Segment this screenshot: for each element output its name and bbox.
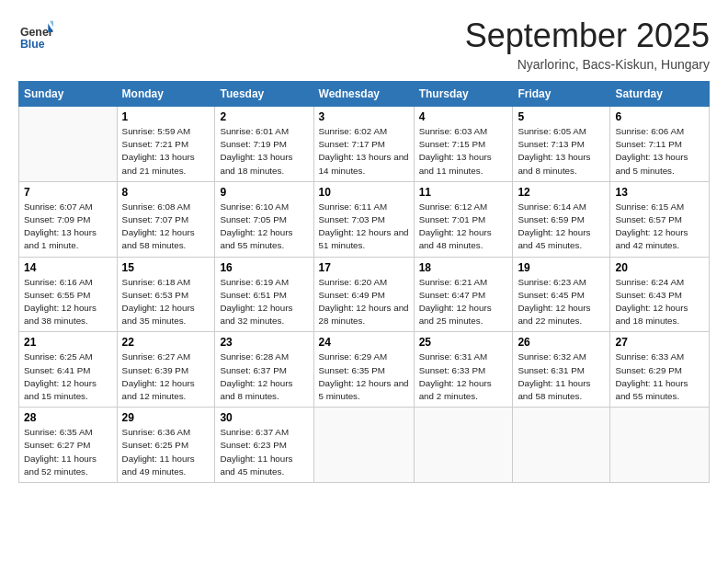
day-info: Sunrise: 6:08 AM Sunset: 7:07 PM Dayligh… <box>122 201 210 253</box>
day-info: Sunrise: 6:05 AM Sunset: 7:13 PM Dayligh… <box>518 125 605 178</box>
col-tuesday: Tuesday <box>215 82 313 107</box>
day-number: 9 <box>220 186 308 199</box>
day-info: Sunrise: 6:02 AM Sunset: 7:17 PM Dayligh… <box>319 125 409 178</box>
day-number: 3 <box>319 110 409 123</box>
table-row: 15Sunrise: 6:18 AM Sunset: 6:53 PM Dayli… <box>117 257 215 332</box>
day-number: 13 <box>615 186 704 199</box>
table-row: 12Sunrise: 6:14 AM Sunset: 6:59 PM Dayli… <box>513 181 610 257</box>
table-row: 28Sunrise: 6:35 AM Sunset: 6:27 PM Dayli… <box>19 408 118 483</box>
day-info: Sunrise: 6:20 AM Sunset: 6:49 PM Dayligh… <box>319 276 409 328</box>
day-info: Sunrise: 6:36 AM Sunset: 6:25 PM Dayligh… <box>122 426 210 478</box>
table-row: 8Sunrise: 6:08 AM Sunset: 7:07 PM Daylig… <box>117 181 215 257</box>
page: General Blue September 2025 Nyarlorinc, … <box>0 0 728 492</box>
day-number: 18 <box>419 261 508 274</box>
table-row: 18Sunrise: 6:21 AM Sunset: 6:47 PM Dayli… <box>414 257 513 332</box>
header: General Blue September 2025 Nyarlorinc, … <box>18 17 710 72</box>
day-info: Sunrise: 6:31 AM Sunset: 6:33 PM Dayligh… <box>419 350 508 403</box>
svg-text:Blue: Blue <box>20 38 45 51</box>
col-friday: Friday <box>513 82 610 107</box>
logo: General Blue <box>18 17 57 52</box>
day-number: 17 <box>319 261 409 274</box>
table-row: 19Sunrise: 6:23 AM Sunset: 6:45 PM Dayli… <box>513 257 610 332</box>
calendar-row: 7Sunrise: 6:07 AM Sunset: 7:09 PM Daylig… <box>19 181 710 257</box>
day-number: 29 <box>122 411 210 424</box>
day-number: 2 <box>220 110 308 123</box>
table-row: 17Sunrise: 6:20 AM Sunset: 6:49 PM Dayli… <box>313 257 414 332</box>
table-row: 4Sunrise: 6:03 AM Sunset: 7:15 PM Daylig… <box>414 107 513 182</box>
day-number: 24 <box>319 336 409 349</box>
day-info: Sunrise: 6:23 AM Sunset: 6:45 PM Dayligh… <box>518 276 605 328</box>
title-block: September 2025 Nyarlorinc, Bacs-Kiskun, … <box>465 17 710 72</box>
table-row: 10Sunrise: 6:11 AM Sunset: 7:03 PM Dayli… <box>313 181 414 257</box>
day-info: Sunrise: 5:59 AM Sunset: 7:21 PM Dayligh… <box>122 125 210 178</box>
day-info: Sunrise: 6:24 AM Sunset: 6:43 PM Dayligh… <box>615 276 704 328</box>
day-number: 28 <box>24 411 112 424</box>
day-info: Sunrise: 6:19 AM Sunset: 6:51 PM Dayligh… <box>220 276 308 328</box>
table-row: 11Sunrise: 6:12 AM Sunset: 7:01 PM Dayli… <box>414 181 513 257</box>
day-info: Sunrise: 6:33 AM Sunset: 6:29 PM Dayligh… <box>615 350 704 403</box>
table-row: 29Sunrise: 6:36 AM Sunset: 6:25 PM Dayli… <box>117 408 215 483</box>
day-number: 23 <box>220 336 308 349</box>
day-number: 11 <box>419 186 508 199</box>
day-info: Sunrise: 6:16 AM Sunset: 6:55 PM Dayligh… <box>24 276 112 328</box>
day-number: 5 <box>518 110 605 123</box>
table-row: 27Sunrise: 6:33 AM Sunset: 6:29 PM Dayli… <box>610 332 710 408</box>
day-info: Sunrise: 6:11 AM Sunset: 7:03 PM Dayligh… <box>319 201 409 253</box>
table-row: 13Sunrise: 6:15 AM Sunset: 6:57 PM Dayli… <box>610 181 710 257</box>
day-info: Sunrise: 6:35 AM Sunset: 6:27 PM Dayligh… <box>24 426 112 478</box>
col-sunday: Sunday <box>19 82 118 107</box>
table-row: 16Sunrise: 6:19 AM Sunset: 6:51 PM Dayli… <box>215 257 313 332</box>
day-number: 21 <box>24 336 112 349</box>
col-wednesday: Wednesday <box>313 82 414 107</box>
day-number: 26 <box>518 336 605 349</box>
table-row <box>414 408 513 483</box>
day-info: Sunrise: 6:37 AM Sunset: 6:23 PM Dayligh… <box>220 426 308 478</box>
table-row: 20Sunrise: 6:24 AM Sunset: 6:43 PM Dayli… <box>610 257 710 332</box>
col-monday: Monday <box>117 82 215 107</box>
day-number: 16 <box>220 261 308 274</box>
month-title: September 2025 <box>465 17 710 55</box>
day-number: 4 <box>419 110 508 123</box>
calendar-row: 1Sunrise: 5:59 AM Sunset: 7:21 PM Daylig… <box>19 107 710 182</box>
table-row <box>610 408 710 483</box>
table-row: 2Sunrise: 6:01 AM Sunset: 7:19 PM Daylig… <box>215 107 313 182</box>
day-info: Sunrise: 6:03 AM Sunset: 7:15 PM Dayligh… <box>419 125 508 178</box>
table-row: 14Sunrise: 6:16 AM Sunset: 6:55 PM Dayli… <box>19 257 118 332</box>
day-number: 1 <box>122 110 210 123</box>
table-row <box>19 107 118 182</box>
day-info: Sunrise: 6:01 AM Sunset: 7:19 PM Dayligh… <box>220 125 308 178</box>
table-row: 21Sunrise: 6:25 AM Sunset: 6:41 PM Dayli… <box>19 332 118 408</box>
day-number: 10 <box>319 186 409 199</box>
day-info: Sunrise: 6:12 AM Sunset: 7:01 PM Dayligh… <box>419 201 508 253</box>
subtitle: Nyarlorinc, Bacs-Kiskun, Hungary <box>465 57 710 72</box>
table-row: 25Sunrise: 6:31 AM Sunset: 6:33 PM Dayli… <box>414 332 513 408</box>
table-row: 7Sunrise: 6:07 AM Sunset: 7:09 PM Daylig… <box>19 181 118 257</box>
day-number: 30 <box>220 411 308 424</box>
day-number: 20 <box>615 261 704 274</box>
day-info: Sunrise: 6:21 AM Sunset: 6:47 PM Dayligh… <box>419 276 508 328</box>
table-row: 1Sunrise: 5:59 AM Sunset: 7:21 PM Daylig… <box>117 107 215 182</box>
table-row: 24Sunrise: 6:29 AM Sunset: 6:35 PM Dayli… <box>313 332 414 408</box>
table-row <box>513 408 610 483</box>
table-row: 3Sunrise: 6:02 AM Sunset: 7:17 PM Daylig… <box>313 107 414 182</box>
table-row: 26Sunrise: 6:32 AM Sunset: 6:31 PM Dayli… <box>513 332 610 408</box>
col-thursday: Thursday <box>414 82 513 107</box>
day-number: 6 <box>615 110 704 123</box>
calendar-row: 28Sunrise: 6:35 AM Sunset: 6:27 PM Dayli… <box>19 408 710 483</box>
day-number: 12 <box>518 186 605 199</box>
table-row <box>313 408 414 483</box>
table-row: 6Sunrise: 6:06 AM Sunset: 7:11 PM Daylig… <box>610 107 710 182</box>
header-row: Sunday Monday Tuesday Wednesday Thursday… <box>19 82 710 107</box>
day-info: Sunrise: 6:06 AM Sunset: 7:11 PM Dayligh… <box>615 125 704 178</box>
day-info: Sunrise: 6:32 AM Sunset: 6:31 PM Dayligh… <box>518 350 605 403</box>
day-info: Sunrise: 6:15 AM Sunset: 6:57 PM Dayligh… <box>615 201 704 253</box>
table-row: 9Sunrise: 6:10 AM Sunset: 7:05 PM Daylig… <box>215 181 313 257</box>
calendar-table: Sunday Monday Tuesday Wednesday Thursday… <box>18 81 710 483</box>
day-number: 19 <box>518 261 605 274</box>
logo-icon: General Blue <box>18 17 53 52</box>
calendar-row: 21Sunrise: 6:25 AM Sunset: 6:41 PM Dayli… <box>19 332 710 408</box>
table-row: 30Sunrise: 6:37 AM Sunset: 6:23 PM Dayli… <box>215 408 313 483</box>
day-number: 8 <box>122 186 210 199</box>
calendar-row: 14Sunrise: 6:16 AM Sunset: 6:55 PM Dayli… <box>19 257 710 332</box>
table-row: 22Sunrise: 6:27 AM Sunset: 6:39 PM Dayli… <box>117 332 215 408</box>
